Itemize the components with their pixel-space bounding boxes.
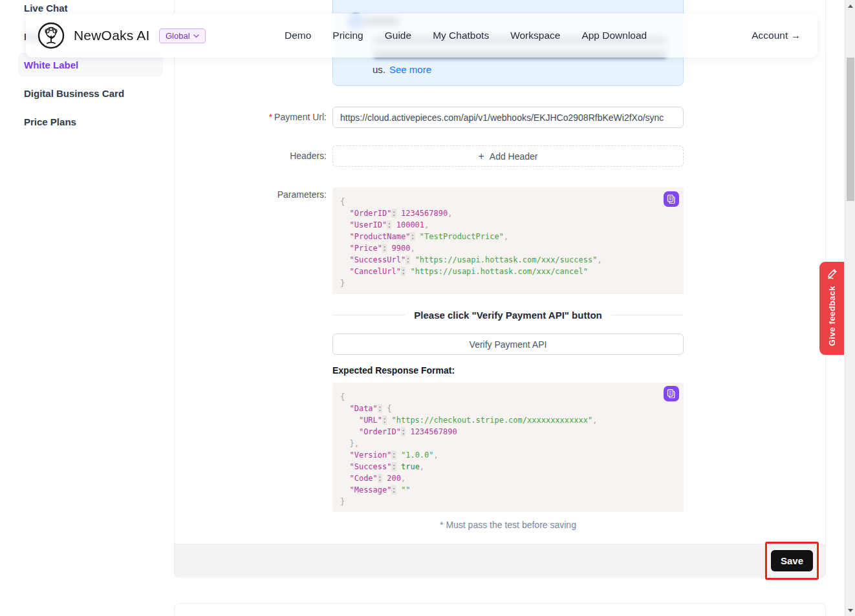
scroll-up-arrow-icon[interactable] [848, 5, 853, 8]
nav-item-demo[interactable]: Demo [285, 30, 311, 41]
scrollbar-thumb[interactable] [847, 58, 854, 201]
give-feedback-label: Give feedback [827, 286, 837, 346]
nav-menu: DemoPricingGuideMy ChatbotsWorkspaceApp … [285, 14, 647, 58]
nav-item-guide[interactable]: Guide [385, 30, 411, 41]
verify-hint-divider: Please click "Verify Payment API" button [332, 310, 684, 321]
expected-response-title: Expected Response Format: [332, 365, 455, 376]
scroll-down-arrow-icon[interactable] [848, 609, 853, 612]
brand-name: NewOaks AI [74, 28, 150, 43]
nav-item-app-download[interactable]: App Download [581, 30, 647, 41]
parameters-label: Parameters: [277, 189, 327, 200]
account-link[interactable]: Account → [752, 14, 801, 58]
copy-parameters-button[interactable] [664, 191, 679, 207]
add-header-button[interactable]: + Add Header [332, 145, 684, 167]
pencil-icon [827, 268, 838, 279]
sidebar-item-white-label[interactable]: White Label [24, 59, 78, 72]
verify-payment-api-button[interactable]: Verify Payment API [332, 334, 684, 355]
payment-url-input[interactable] [332, 107, 684, 128]
divider-line [332, 315, 405, 315]
reminder-text: us.See more [373, 64, 431, 75]
reminder-text-fragment: us. [373, 64, 385, 75]
copy-response-button[interactable] [664, 386, 679, 401]
plus-icon: + [478, 151, 484, 162]
page: Live ChatIWhite LabelDigital Business Ca… [0, 0, 855, 616]
verify-hint-text: Please click "Verify Payment API" button [414, 310, 601, 321]
next-section-card [174, 603, 826, 616]
payment-url-label: *Payment Url: [269, 112, 327, 122]
scrollbar-track[interactable] [845, 0, 855, 616]
headers-label: Headers: [290, 151, 327, 161]
top-navbar: NewOaks AI Global DemoPricingGuideMy Cha… [26, 14, 817, 58]
sidebar-item-digital-business-card[interactable]: Digital Business Card [24, 87, 124, 100]
save-requirement-note: * Must pass the test before saving [332, 520, 684, 530]
see-more-link[interactable]: See more [389, 64, 431, 75]
brand-logo[interactable]: NewOaks AI [38, 22, 150, 49]
sidebar-item-live-chat[interactable]: Live Chat [24, 2, 68, 15]
copy-icon [667, 195, 676, 204]
newoaks-logo-icon [38, 22, 65, 49]
expected-response-json-viewer[interactable]: { "Data": { "URL": "https://checkout.str… [332, 383, 684, 512]
region-dropdown[interactable]: Global [159, 28, 206, 43]
parameters-json-editor[interactable]: { "OrderID": 1234567890, "UserID": 10000… [332, 187, 684, 294]
chevron-down-icon [193, 34, 199, 38]
copy-icon [667, 389, 676, 398]
give-feedback-tab[interactable]: Give feedback [819, 262, 844, 355]
region-label: Global [166, 31, 190, 41]
nav-item-my-chatbots[interactable]: My Chatbots [433, 30, 489, 41]
sidebar-item-price-plans[interactable]: Price Plans [24, 116, 76, 129]
nav-item-workspace[interactable]: Workspace [510, 30, 560, 41]
divider-line [611, 315, 684, 315]
save-button[interactable]: Save [771, 550, 813, 571]
nav-item-pricing[interactable]: Pricing [332, 30, 363, 41]
card-footer [175, 544, 825, 578]
required-asterisk: * [269, 112, 272, 122]
sidebar: Live ChatIWhite LabelDigital Business Ca… [0, 0, 174, 616]
